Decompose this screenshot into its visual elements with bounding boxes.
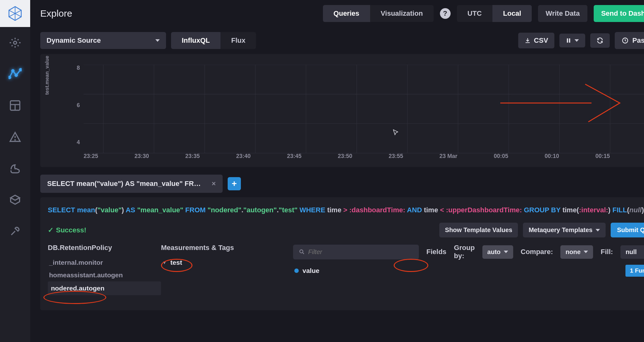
chart-y-label: test.mean_value [44,56,50,95]
check-icon: ✓ [48,226,53,234]
chevron-down-icon [504,251,508,253]
refresh-icon [597,37,603,44]
view-mode-toggle: Queries Visualization [323,5,434,22]
query-editor[interactable]: SELECT mean("value") AS "mean_value" FRO… [48,205,644,215]
tab-queries[interactable]: Queries [323,5,370,22]
pause-button[interactable] [559,34,585,47]
svg-point-6 [12,70,14,72]
chart-svg [84,65,644,153]
pause-icon [566,37,571,44]
fields-column-title: Fields [426,248,447,256]
download-icon [525,37,531,44]
svg-point-5 [8,76,11,79]
tab-visualization[interactable]: Visualization [370,5,434,22]
nav-explore-icon[interactable] [0,58,30,90]
metaquery-templates-dropdown[interactable]: Metaquery Templates [523,223,606,237]
svg-point-7 [15,74,17,76]
lang-flux[interactable]: Flux [220,32,256,49]
groupby-select[interactable]: auto [482,245,513,259]
svg-rect-14 [567,38,568,43]
filter-input[interactable] [293,245,419,259]
logo[interactable] [0,0,30,27]
timerange-dropdown[interactable]: Past 1h [615,32,644,49]
chevron-down-icon [584,251,588,253]
cursor-icon [392,129,399,136]
db-column-title: DB.RetentionPolicy [48,244,161,252]
clock-icon [622,37,629,44]
lang-influxql[interactable]: InfluxQL [171,32,220,49]
db-item[interactable]: homeassistant.autogen [48,269,161,281]
groupby-label: Group by: [454,244,475,260]
db-item[interactable]: _internal.monitor [48,256,161,269]
tz-local[interactable]: Local [492,5,532,22]
write-data-button[interactable]: Write Data [538,5,587,22]
query-status: ✓ Success! [48,226,86,234]
nav-status-icon[interactable] [0,27,30,58]
svg-point-4 [14,41,17,44]
svg-point-8 [19,69,22,71]
nav-admin-icon[interactable] [0,184,30,215]
measurements-column-title: Measurements & Tags [161,244,293,252]
add-query-button[interactable]: + [228,177,241,190]
svg-line-35 [303,253,304,254]
field-item[interactable]: value [293,264,321,277]
measurement-item[interactable]: ▼test [161,256,293,269]
close-icon[interactable]: × [212,180,216,188]
submit-query-button[interactable]: Submit Query [611,223,644,237]
chevron-down-icon [155,39,160,42]
fill-label: Fill: [601,248,613,256]
y-axis-ticks: 864 [72,65,80,146]
tz-utc[interactable]: UTC [457,5,492,22]
nav-config-icon[interactable] [0,215,30,247]
compare-label: Compare: [521,248,553,256]
source-label: Dynamic Source [47,36,101,45]
function-count-badge[interactable]: 1 Function [625,265,644,277]
chevron-down-icon [575,39,579,42]
query-lang-toggle: InfluxQL Flux [171,32,256,49]
query-tab[interactable]: SELECT mean("value") AS "mean_value" FRO… [40,175,223,193]
page-title: Explore [40,8,72,19]
svg-point-13 [15,140,15,140]
timezone-toggle: UTC Local [457,5,532,22]
chart-panel: test.mean_value 864 23:2523:3023:3523:40… [40,54,644,167]
svg-point-34 [300,250,303,253]
chevron-down-icon [596,229,600,231]
svg-rect-15 [569,38,570,43]
compare-select[interactable]: none [560,245,593,259]
nav-logs-icon[interactable] [0,153,30,184]
refresh-button[interactable] [590,33,610,48]
fill-select[interactable]: null [620,245,644,259]
nav-dashboards-icon[interactable] [0,90,30,121]
csv-button[interactable]: CSV [518,33,554,48]
help-icon[interactable]: ? [440,8,451,19]
x-axis-labels: 23:2523:3023:3523:4023:4523:5023:5523 Ma… [84,153,644,160]
db-item[interactable]: nodered.autogen [48,281,161,295]
nav-alerts-icon[interactable] [0,121,30,153]
show-template-values-button[interactable]: Show Template Values [439,223,518,237]
source-dropdown[interactable]: Dynamic Source [40,32,166,49]
send-to-dashboard-button[interactable]: Send to Dashboard [594,5,644,22]
search-icon [299,249,305,255]
